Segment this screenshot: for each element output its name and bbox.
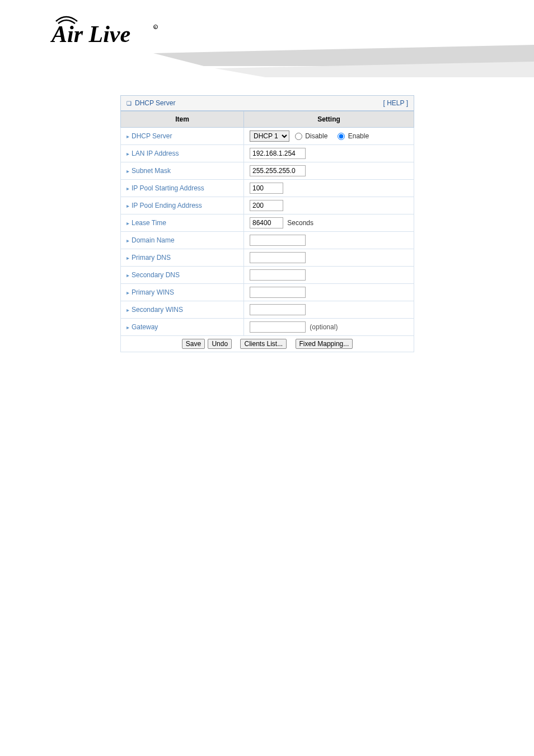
arrow-icon: ▸ [127, 255, 129, 261]
input-pool-start[interactable] [250, 183, 283, 194]
arrow-icon: ▸ [127, 237, 129, 244]
row-domain: ▸Domain Name [121, 232, 414, 249]
undo-button[interactable]: Undo [208, 339, 232, 349]
label-pool-start: IP Pool Starting Address [132, 184, 204, 192]
row-dhcp-server: ▸DHCP Server DHCP 1 Disable Enable [121, 128, 414, 145]
help-link[interactable]: [ HELP ] [383, 99, 408, 107]
arrow-icon: ▸ [127, 185, 129, 192]
input-lan-ip[interactable] [250, 148, 306, 159]
row-secondary-wins: ▸Secondary WINS [121, 301, 414, 319]
header-swoosh-icon [153, 45, 534, 78]
input-pool-end[interactable] [250, 200, 283, 211]
row-secondary-dns: ▸Secondary DNS [121, 267, 414, 284]
row-pool-end: ▸IP Pool Ending Address [121, 197, 414, 214]
label-primary-wins: Primary WINS [132, 288, 174, 296]
label-lan-ip: LAN IP Address [132, 150, 179, 157]
row-pool-start: ▸IP Pool Starting Address [121, 180, 414, 197]
panel-icon: ❏ [127, 100, 132, 106]
arrow-icon: ▸ [127, 220, 129, 226]
arrow-icon: ▸ [127, 272, 129, 278]
header-item: Item [121, 111, 244, 128]
label-primary-dns: Primary DNS [132, 254, 171, 262]
arrow-icon: ▸ [127, 133, 129, 139]
page-header: Air Live R [0, 0, 534, 73]
panel-title: DHCP Server [135, 99, 175, 107]
label-gateway: Gateway [132, 323, 158, 331]
gateway-optional: (optional) [310, 323, 338, 331]
label-domain: Domain Name [132, 236, 175, 244]
radio-disable-label[interactable]: Disable [293, 132, 327, 140]
settings-table: Item Setting ▸DHCP Server DHCP 1 Disable… [120, 111, 414, 352]
radio-enable[interactable] [338, 133, 345, 140]
row-lan-ip: ▸LAN IP Address [121, 145, 414, 162]
radio-enable-label[interactable]: Enable [335, 132, 369, 140]
input-primary-dns[interactable] [250, 252, 306, 263]
input-secondary-dns[interactable] [250, 269, 306, 281]
airlive-logo-icon: Air Live R [50, 11, 162, 48]
table-header-row: Item Setting [121, 111, 414, 128]
fixed-mapping-button[interactable]: Fixed Mapping... [296, 339, 353, 349]
dhcp-server-panel: ❏ DHCP Server [ HELP ] Item Setting ▸DHC… [120, 95, 414, 352]
arrow-icon: ▸ [127, 168, 129, 174]
button-row: Save Undo Clients List... Fixed Mapping.… [121, 336, 414, 352]
label-subnet: Subnet Mask [132, 167, 171, 175]
lease-unit: Seconds [287, 219, 313, 227]
clients-list-button[interactable]: Clients List... [240, 339, 287, 349]
row-primary-wins: ▸Primary WINS [121, 284, 414, 301]
input-domain[interactable] [250, 235, 306, 246]
label-secondary-dns: Secondary DNS [132, 271, 180, 279]
panel-title-bar: ❏ DHCP Server [ HELP ] [120, 95, 414, 111]
input-subnet[interactable] [250, 165, 306, 176]
label-pool-end: IP Pool Ending Address [132, 202, 202, 209]
row-primary-dns: ▸Primary DNS [121, 249, 414, 267]
dhcp-select[interactable]: DHCP 1 [250, 130, 289, 142]
arrow-icon: ▸ [127, 151, 129, 157]
input-primary-wins[interactable] [250, 287, 306, 298]
radio-disable[interactable] [295, 133, 302, 140]
row-gateway: ▸Gateway (optional) [121, 319, 414, 336]
input-secondary-wins[interactable] [250, 304, 306, 315]
arrow-icon: ▸ [127, 290, 129, 296]
svg-text:R: R [154, 26, 157, 29]
input-gateway[interactable] [250, 321, 306, 333]
row-subnet: ▸Subnet Mask [121, 162, 414, 180]
arrow-icon: ▸ [127, 307, 129, 313]
brand-logo: Air Live R [50, 11, 534, 48]
label-secondary-wins: Secondary WINS [132, 306, 183, 314]
save-button[interactable]: Save [182, 339, 205, 349]
arrow-icon: ▸ [127, 324, 129, 330]
label-dhcp-server: DHCP Server [132, 132, 172, 140]
arrow-icon: ▸ [127, 203, 129, 209]
input-lease[interactable] [250, 217, 283, 228]
row-lease: ▸Lease Time Seconds [121, 214, 414, 232]
svg-text:Air Live: Air Live [50, 21, 130, 47]
header-setting: Setting [244, 111, 414, 128]
label-lease: Lease Time [132, 219, 166, 227]
